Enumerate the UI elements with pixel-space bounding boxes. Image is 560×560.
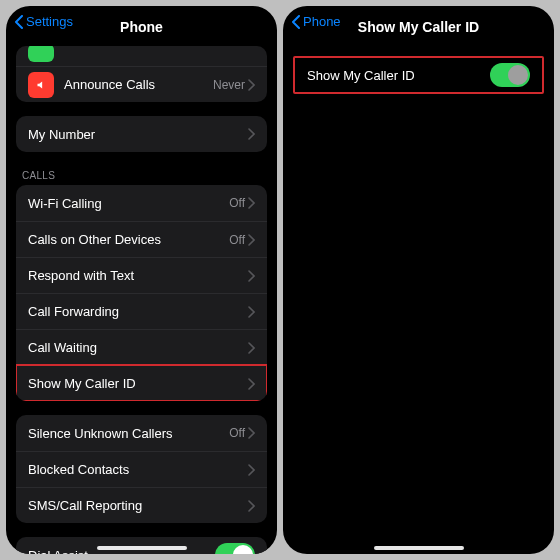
row-label: Silence Unknown Callers xyxy=(28,426,229,441)
row-show-my-caller-id[interactable]: Show My Caller ID xyxy=(293,56,544,94)
row-silence-unknown[interactable]: Silence Unknown Callers Off xyxy=(16,415,267,451)
chevron-left-icon xyxy=(291,15,301,29)
row-label: My Number xyxy=(28,127,247,142)
chevron-right-icon xyxy=(247,427,255,439)
chevron-right-icon xyxy=(247,378,255,390)
row-value: Off xyxy=(229,196,245,210)
chevron-left-icon xyxy=(14,15,24,29)
row-label: Show My Caller ID xyxy=(307,68,490,83)
chevron-right-icon xyxy=(247,500,255,512)
row-label: Wi-Fi Calling xyxy=(28,196,229,211)
row-calls-other-devices[interactable]: Calls on Other Devices Off xyxy=(16,221,267,257)
chevron-right-icon xyxy=(247,270,255,282)
row-cutoff[interactable] xyxy=(16,46,267,66)
back-button[interactable]: Phone xyxy=(291,14,341,29)
page-title: Phone xyxy=(120,19,163,35)
chevron-right-icon xyxy=(247,306,255,318)
settings-list: Announce Calls Never My Number CALLS Wi-… xyxy=(6,44,277,554)
group-header-calls: CALLS xyxy=(6,166,277,185)
row-value: Never xyxy=(213,78,245,92)
chevron-right-icon xyxy=(247,79,255,91)
group-silence: Silence Unknown Callers Off Blocked Cont… xyxy=(6,415,277,523)
back-label: Phone xyxy=(303,14,341,29)
row-label: Call Waiting xyxy=(28,340,247,355)
row-show-my-caller-id[interactable]: Show My Caller ID xyxy=(16,365,267,401)
row-call-waiting[interactable]: Call Waiting xyxy=(16,329,267,365)
home-indicator[interactable] xyxy=(374,546,464,550)
home-indicator[interactable] xyxy=(97,546,187,550)
row-label: SMS/Call Reporting xyxy=(28,498,247,513)
unknown-icon xyxy=(28,46,54,62)
back-label: Settings xyxy=(26,14,73,29)
row-call-forwarding[interactable]: Call Forwarding xyxy=(16,293,267,329)
row-label: Announce Calls xyxy=(64,77,213,92)
page-title: Show My Caller ID xyxy=(358,19,479,35)
chevron-right-icon xyxy=(247,464,255,476)
row-respond-with-text[interactable]: Respond with Text xyxy=(16,257,267,293)
row-announce-calls[interactable]: Announce Calls Never xyxy=(16,66,267,102)
caller-id-screen: Phone Show My Caller ID Show My Caller I… xyxy=(283,6,554,554)
row-my-number[interactable]: My Number xyxy=(16,116,267,152)
phone-settings-screen: Settings Phone Announce Calls Never xyxy=(6,6,277,554)
back-button[interactable]: Settings xyxy=(14,14,73,29)
caller-id-toggle[interactable] xyxy=(490,63,530,87)
caller-id-list: Show My Caller ID xyxy=(283,56,554,554)
announce-icon xyxy=(28,72,54,98)
row-wifi-calling[interactable]: Wi-Fi Calling Off xyxy=(16,185,267,221)
row-blocked-contacts[interactable]: Blocked Contacts xyxy=(16,451,267,487)
row-value: Off xyxy=(229,233,245,247)
chevron-right-icon xyxy=(247,197,255,209)
group-announce: Announce Calls Never xyxy=(6,46,277,102)
dial-assist-toggle[interactable] xyxy=(215,543,255,554)
row-sms-call-reporting[interactable]: SMS/Call Reporting xyxy=(16,487,267,523)
row-label: Respond with Text xyxy=(28,268,247,283)
chevron-right-icon xyxy=(247,234,255,246)
row-label: Calls on Other Devices xyxy=(28,232,229,247)
chevron-right-icon xyxy=(247,128,255,140)
row-value: Off xyxy=(229,426,245,440)
row-label: Blocked Contacts xyxy=(28,462,247,477)
nav-bar: Phone Show My Caller ID xyxy=(283,6,554,44)
row-label: Call Forwarding xyxy=(28,304,247,319)
chevron-right-icon xyxy=(247,342,255,354)
group-calls: CALLS Wi-Fi Calling Off Calls on Other D… xyxy=(6,166,277,401)
nav-bar: Settings Phone xyxy=(6,6,277,44)
row-label: Show My Caller ID xyxy=(28,376,247,391)
group-mynumber: My Number xyxy=(6,116,277,152)
